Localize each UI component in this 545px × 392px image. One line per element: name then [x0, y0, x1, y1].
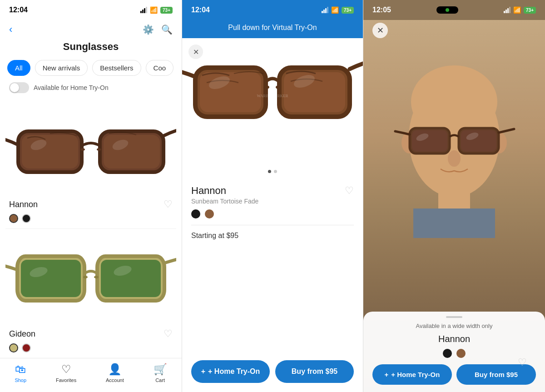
status-icons-3: 📶 73+	[504, 6, 536, 14]
detail-colors	[191, 209, 354, 218]
hannon-glasses-svg	[14, 113, 168, 186]
screen1-sunglasses-list: 12:04 📶 73+ ‹ ⚙️ 🔍 Sunglasses All New ar…	[0, 0, 182, 392]
tab-bestsellers[interactable]: Bestsellers	[92, 60, 141, 76]
time-3: 12:05	[372, 6, 391, 14]
account-icon: 👤	[108, 363, 122, 376]
favorite-hannon[interactable]: ♡	[164, 198, 173, 210]
filter-tabs: All New arrivals Bestsellers Coo	[0, 60, 182, 76]
action-buttons-2: + + Home Try-On Buy from $95	[182, 353, 363, 392]
dot-1	[268, 170, 271, 173]
status-bar-1: 12:04 📶 73+	[0, 0, 182, 20]
back-button[interactable]: ‹	[9, 24, 12, 35]
status-icons-2: 📶 73+	[322, 6, 354, 14]
nav-bar-1: ‹ ⚙️ 🔍	[0, 20, 182, 39]
signal-icon-3	[504, 7, 510, 13]
tab-new-arrivals[interactable]: New arrivals	[35, 60, 88, 76]
color-dot-red[interactable]	[22, 343, 31, 352]
svg-point-6	[80, 148, 85, 151]
card-color-black[interactable]	[443, 349, 452, 358]
nav-shop[interactable]: 🛍 Shop	[15, 363, 26, 383]
svg-point-15	[94, 276, 99, 278]
home-tryon-button[interactable]: + + Home Try-On	[191, 360, 270, 383]
product-info-gideon: Gideon ♡	[5, 324, 176, 342]
svg-text:WARBY PARKER: WARBY PARKER	[257, 94, 288, 98]
cart-label: Cart	[155, 377, 165, 383]
toggle-label: Available for Home Try-On	[34, 84, 109, 91]
home-tryon-toggle-row: Available for Home Try-On	[0, 76, 182, 99]
signal-icon	[140, 7, 147, 13]
shop-label: Shop	[15, 377, 26, 383]
bottom-nav: 🛍 Shop ♡ Favorites 👤 Account 🛒 Cart	[0, 358, 182, 392]
color-dot-black[interactable]	[22, 214, 31, 223]
status-icons-1: 📶 73+	[140, 6, 173, 14]
dot-2	[274, 170, 277, 173]
nav-account[interactable]: 👤 Account	[106, 363, 124, 383]
close-button-3[interactable]: ✕	[372, 23, 388, 38]
card-favorite-button[interactable]: ♡	[518, 357, 527, 368]
virtual-tryon-text: Pull down for Virtual Try-On	[228, 24, 317, 31]
home-tryon-toggle[interactable]	[9, 82, 29, 93]
battery-2: 73+	[342, 7, 354, 14]
buy-button[interactable]: Buy from $95	[275, 360, 354, 383]
svg-rect-32	[412, 130, 447, 151]
status-bar-3: 12:05 📶 73+	[363, 0, 545, 20]
signal-icon-2	[322, 7, 328, 13]
color-options-hannon	[5, 212, 176, 225]
time-1: 12:04	[9, 6, 28, 14]
product-card-gideon[interactable]: Gideon ♡	[5, 229, 176, 358]
card-action-buttons: + + Home Try-On Buy from $95	[372, 364, 536, 385]
card-product-name: Hannon	[372, 334, 536, 344]
detail-color-tortoise[interactable]	[205, 209, 214, 218]
svg-rect-17	[200, 72, 261, 112]
time-2: 12:04	[191, 6, 210, 14]
color-dot-tortoise[interactable]	[9, 214, 18, 223]
account-label: Account	[106, 377, 124, 383]
svg-rect-11	[101, 260, 161, 297]
gideon-glasses-svg	[14, 243, 168, 315]
filter-icon[interactable]: ⚙️	[143, 24, 154, 35]
product-detail-header: Hannon Sunbeam Tortoise Fade ♡	[191, 185, 354, 205]
screen3-virtual-tryon: 12:05 📶 73+ ✕	[363, 0, 545, 392]
svg-point-23	[276, 85, 281, 89]
product-info-hannon: Hannon ♡	[5, 195, 176, 212]
nav-cart[interactable]: 🛒 Cart	[154, 363, 167, 383]
product-price: Starting at $95	[191, 232, 354, 240]
tab-all[interactable]: All	[7, 60, 30, 76]
color-options-gideon	[5, 342, 176, 354]
camera-view: Available in a wide width only Hannon ♡ …	[363, 20, 545, 392]
svg-point-7	[97, 148, 101, 151]
wifi-icon: 📶	[150, 6, 158, 14]
card-home-tryon-button[interactable]: + + Home Try-On	[372, 364, 452, 385]
favorites-label: Favorites	[56, 377, 76, 383]
product-card-hannon[interactable]: Hannon ♡	[5, 99, 176, 229]
card-plus-icon: +	[385, 371, 389, 378]
products-grid: Hannon ♡	[0, 99, 182, 358]
plus-icon: +	[201, 367, 205, 376]
product-detail-image: WARBY PARKER	[182, 38, 363, 165]
modal-close-button[interactable]: ✕	[188, 45, 203, 59]
detail-color-black[interactable]	[191, 209, 200, 218]
camera-indicator	[446, 8, 449, 12]
dynamic-island	[436, 6, 458, 14]
status-bar-2: 12:04 📶 73+	[182, 0, 363, 20]
screen2-product-detail: 12:04 📶 73+ Pull down for Virtual Try-On…	[182, 0, 363, 392]
card-handle	[446, 316, 462, 318]
tab-coo[interactable]: Coo	[146, 60, 174, 76]
favorite-gideon[interactable]: ♡	[164, 328, 173, 340]
svg-rect-34	[461, 130, 496, 151]
favorite-detail[interactable]: ♡	[345, 185, 354, 197]
svg-point-22	[264, 85, 269, 89]
product-image-hannon	[5, 104, 176, 195]
nav-favorites[interactable]: ♡ Favorites	[56, 363, 76, 383]
search-icon[interactable]: 🔍	[161, 24, 173, 35]
nav-actions: ⚙️ 🔍	[143, 24, 173, 35]
wide-width-notice: Available in a wide width only	[372, 323, 536, 329]
color-dot-olive[interactable]	[9, 343, 18, 352]
cart-icon: 🛒	[154, 363, 167, 376]
detail-glasses-svg: WARBY PARKER	[188, 43, 357, 161]
shop-icon: 🛍	[15, 363, 26, 376]
card-color-tortoise[interactable]	[456, 349, 466, 358]
product-name-gideon: Gideon	[9, 329, 35, 339]
detail-subtitle: Sunbeam Tortoise Fade	[191, 198, 258, 205]
virtual-tryon-bar[interactable]: Pull down for Virtual Try-On	[182, 20, 363, 38]
